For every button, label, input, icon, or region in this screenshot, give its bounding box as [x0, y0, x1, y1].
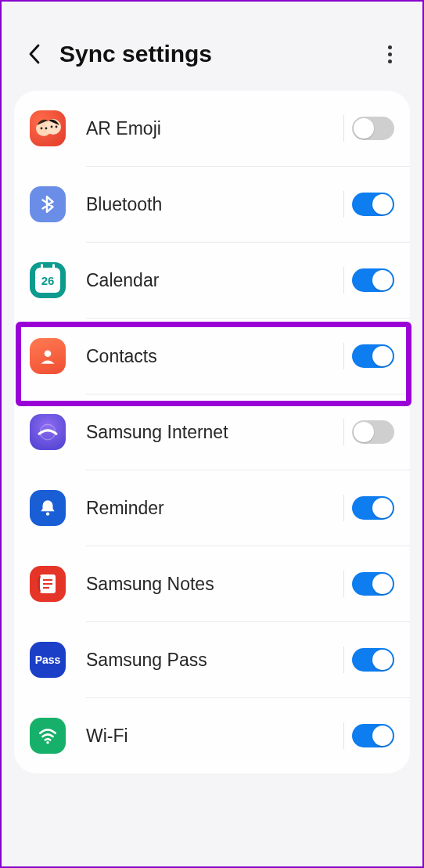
list-item[interactable]: Samsung Internet — [14, 394, 410, 470]
list-item[interactable]: Samsung Notes — [14, 546, 410, 622]
svg-point-6 — [45, 350, 52, 357]
list-item[interactable]: Bluetooth — [14, 167, 410, 243]
toggle-bluetooth[interactable] — [352, 193, 394, 216]
reminder-icon — [30, 490, 66, 526]
sync-list-card: AR Emoji Bluetooth 26 Calendar — [14, 91, 410, 773]
svg-point-4 — [51, 126, 53, 128]
item-label: Reminder — [86, 498, 339, 519]
list-item[interactable]: Pass Samsung Pass — [14, 622, 410, 698]
toggle-samsung-internet[interactable] — [352, 420, 394, 444]
page-title: Sync settings — [59, 41, 379, 67]
item-label: Samsung Pass — [86, 650, 339, 671]
back-icon[interactable] — [23, 43, 45, 65]
calendar-icon: 26 — [30, 262, 66, 298]
contacts-icon — [30, 338, 66, 374]
toggle-ar-emoji[interactable] — [352, 117, 394, 140]
wifi-icon — [30, 718, 66, 754]
svg-rect-12 — [43, 587, 49, 589]
svg-point-3 — [45, 128, 48, 130]
item-label: Wi-Fi — [86, 726, 339, 747]
svg-point-8 — [46, 512, 49, 515]
samsung-pass-icon: Pass — [30, 642, 66, 678]
toggle-contacts[interactable] — [352, 344, 394, 368]
list-item[interactable]: Wi-Fi — [14, 698, 410, 773]
item-label: Bluetooth — [86, 194, 339, 215]
bluetooth-icon — [30, 186, 66, 222]
samsung-internet-icon — [30, 414, 66, 450]
divider — [343, 495, 344, 521]
toggle-reminder[interactable] — [352, 496, 394, 520]
svg-point-5 — [56, 126, 58, 128]
svg-rect-10 — [43, 579, 52, 581]
item-label: Samsung Internet — [86, 422, 339, 443]
toggle-samsung-pass[interactable] — [352, 648, 394, 672]
item-label: Contacts — [86, 346, 339, 367]
samsung-notes-icon — [30, 566, 66, 602]
svg-point-2 — [41, 128, 43, 130]
toggle-calendar[interactable] — [352, 268, 394, 292]
more-options-icon[interactable] — [379, 43, 401, 65]
ar-emoji-icon — [30, 110, 66, 146]
list-item[interactable]: Contacts — [14, 319, 410, 394]
item-label: AR Emoji — [86, 118, 339, 139]
divider — [343, 343, 344, 369]
header-bar: Sync settings — [2, 2, 422, 91]
divider — [343, 571, 344, 597]
item-label: Calendar — [86, 270, 339, 291]
toggle-samsung-notes[interactable] — [352, 572, 394, 596]
list-item[interactable]: 26 Calendar — [14, 243, 410, 319]
list-item[interactable]: Reminder — [14, 470, 410, 546]
svg-point-13 — [46, 741, 49, 744]
toggle-wifi[interactable] — [352, 724, 394, 747]
divider — [343, 646, 344, 673]
divider — [343, 191, 344, 218]
divider — [343, 722, 344, 749]
item-label: Samsung Notes — [86, 574, 339, 595]
svg-rect-11 — [43, 583, 52, 585]
list-item[interactable]: AR Emoji — [14, 91, 410, 167]
calendar-date: 26 — [35, 268, 60, 293]
divider — [343, 267, 344, 294]
divider — [343, 419, 344, 445]
divider — [343, 115, 344, 142]
